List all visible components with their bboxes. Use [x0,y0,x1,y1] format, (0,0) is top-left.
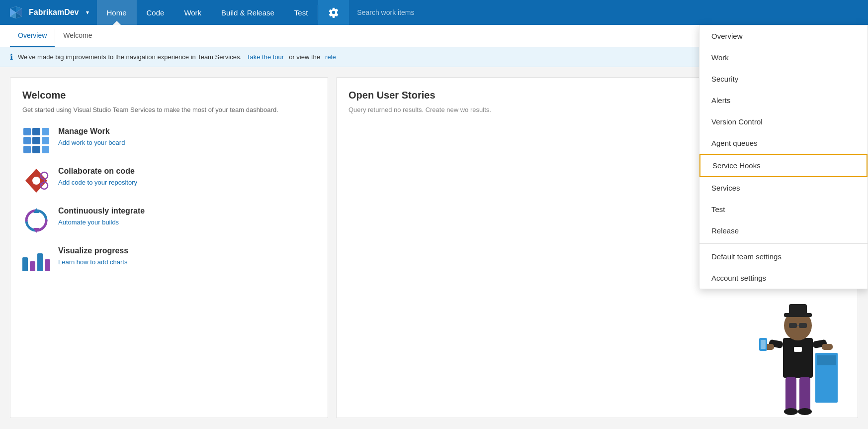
svg-rect-30 [799,377,810,412]
info-icon: ℹ [10,52,13,62]
dropdown-item-default-team-settings[interactable]: Default team settings [699,246,868,267]
sub-nav-overview[interactable]: Overview [10,25,55,47]
dropdown-divider [699,243,868,244]
nav-item-build-release[interactable]: Build & Release [211,0,284,25]
visualize-text: Visualize progress Learn how to add char… [58,246,128,266]
welcome-title: Welcome [22,90,316,101]
dropdown-item-account-settings[interactable]: Account settings [699,267,868,289]
svg-point-31 [784,408,798,415]
collaborate-code-icon [22,167,50,195]
dropdown-item-work[interactable]: Work [699,47,868,68]
info-text: We've made big improvements to the navig… [18,53,242,61]
brand-logo[interactable]: FabrikamDev ▾ [0,0,97,25]
svg-rect-21 [799,323,807,328]
svg-rect-20 [789,323,797,328]
integrate-icon [22,207,50,234]
welcome-item-code: Collaborate on code Add code to your rep… [22,167,316,195]
settings-gear-button[interactable] [318,0,349,25]
svg-point-8 [32,177,40,185]
brand-dropdown-arrow[interactable]: ▾ [86,9,89,16]
dropdown-item-security[interactable]: Security [699,68,868,90]
visualize-link[interactable]: Learn how to add charts [58,258,127,266]
dropdown-item-services[interactable]: Services [699,177,868,199]
svg-rect-29 [785,377,796,412]
search-area: Search work items [349,0,868,25]
welcome-card: Welcome Get started using Visual Studio … [10,77,328,418]
dropdown-item-version-control[interactable]: Version Control [699,111,868,132]
svg-rect-19 [789,304,807,315]
svg-rect-26 [761,340,766,349]
release-link[interactable]: rele [325,53,336,61]
dropdown-item-overview[interactable]: Overview [699,25,868,47]
nav-item-code[interactable]: Code [137,0,174,25]
code-text: Collaborate on code Add code to your rep… [58,167,137,187]
manage-work-icon [22,127,50,155]
search-placeholder[interactable]: Search work items [357,8,414,16]
nav-item-work[interactable]: Work [174,0,211,25]
nav-items: Home Code Work Build & Release Test [97,0,318,25]
manage-work-text: Manage Work Add work to your board [58,127,125,147]
svg-rect-28 [822,344,833,350]
integrate-text: Continuously integrate Automate your bui… [58,207,145,226]
svg-point-32 [798,408,812,415]
sub-nav-welcome[interactable]: Welcome [55,25,100,47]
gear-icon [328,7,339,18]
dropdown-item-test[interactable]: Test [699,199,868,220]
settings-dropdown: Overview Work Security Alerts Version Co… [699,25,868,289]
vs-logo-icon [8,4,24,20]
svg-rect-16 [783,338,813,378]
integrate-link[interactable]: Automate your builds [58,218,119,226]
svg-rect-35 [817,355,836,365]
welcome-item-manage-work: Manage Work Add work to your board [22,127,316,155]
welcome-description: Get started using Visual Studio Team Ser… [22,105,316,115]
nav-item-test[interactable]: Test [284,0,318,25]
code-link[interactable]: Add code to your repository [58,179,137,186]
nav-item-home[interactable]: Home [97,0,137,25]
manage-work-link[interactable]: Add work to your board [58,139,125,146]
info-text2: or view the [289,53,320,61]
welcome-item-visualize: Visualize progress Learn how to add char… [22,246,316,274]
svg-rect-33 [794,347,802,352]
dropdown-item-release[interactable]: Release [699,220,868,241]
top-nav: FabrikamDev ▾ Home Code Work Build & Rel… [0,0,868,25]
character-illustration [758,288,838,418]
brand-name: FabrikamDev [29,8,79,17]
dropdown-item-agent-queues[interactable]: Agent queues [699,132,868,154]
welcome-item-integrate: Continuously integrate Automate your bui… [22,207,316,234]
visualize-icon [22,246,50,274]
take-tour-link[interactable]: Take the tour [247,53,284,61]
dropdown-item-alerts[interactable]: Alerts [699,90,868,111]
dropdown-item-service-hooks[interactable]: Service Hooks [699,154,868,177]
